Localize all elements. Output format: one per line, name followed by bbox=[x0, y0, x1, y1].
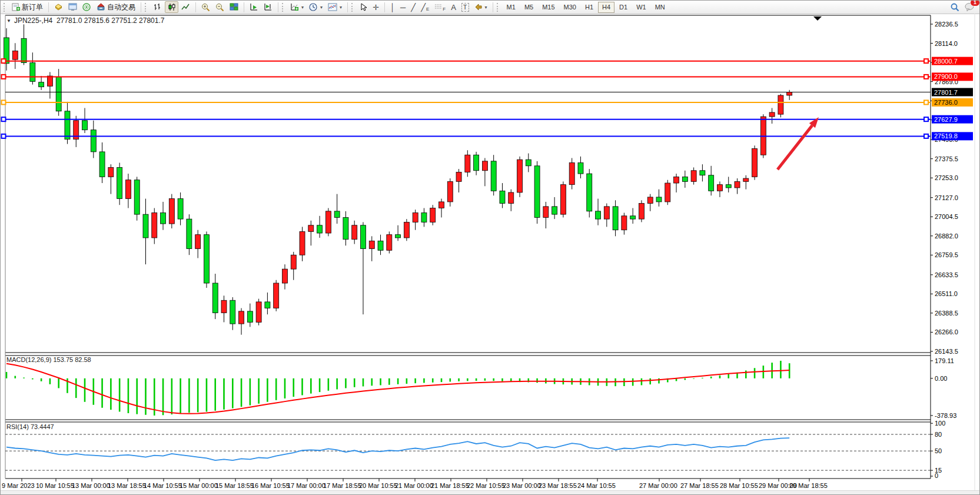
line-right-handle[interactable] bbox=[924, 117, 928, 121]
price-tick-label: 27004.5 bbox=[935, 213, 958, 220]
candle-body bbox=[682, 177, 687, 181]
toolbar-grip[interactable] bbox=[497, 3, 500, 12]
tile-windows-button[interactable] bbox=[227, 1, 241, 13]
timeframe-h1[interactable]: H1 bbox=[581, 2, 597, 13]
candle-body bbox=[396, 235, 401, 238]
candle-body bbox=[230, 300, 235, 324]
trendline-button[interactable]: ╱ bbox=[408, 1, 418, 13]
candle-body bbox=[265, 302, 270, 308]
navigator-button[interactable] bbox=[80, 1, 94, 13]
dropdown-icon: ▾ bbox=[340, 5, 342, 10]
zoom-in-button[interactable] bbox=[199, 1, 212, 13]
macd-axis-label: -378.93 bbox=[935, 412, 956, 419]
fibonacci-icon bbox=[434, 4, 442, 11]
line-right-handle[interactable] bbox=[924, 134, 928, 138]
macd-signal-line bbox=[6, 364, 789, 414]
chart-shift-marker-icon[interactable] bbox=[813, 16, 822, 21]
line-left-handle[interactable] bbox=[2, 59, 6, 63]
line-chart-button[interactable] bbox=[179, 1, 192, 13]
timeframe-m5[interactable]: M5 bbox=[520, 2, 537, 13]
templates-button[interactable]: ▾ bbox=[325, 1, 344, 13]
autotrading-button[interactable]: 自动交易 bbox=[94, 1, 138, 13]
line-left-handle[interactable] bbox=[2, 134, 6, 138]
time-tick-label: 28 Mar 10:55 bbox=[720, 482, 758, 489]
toolbar-grip[interactable] bbox=[145, 3, 148, 12]
candle-body bbox=[204, 235, 209, 283]
candle-body bbox=[674, 177, 679, 183]
chart-shift-button[interactable] bbox=[261, 1, 275, 13]
bar-chart-button[interactable] bbox=[151, 1, 164, 13]
time-tick-label: 15 Mar 18:55 bbox=[215, 482, 254, 489]
search-button[interactable] bbox=[948, 1, 962, 13]
periods-button[interactable]: ▾ bbox=[307, 1, 325, 13]
toolbar-grip[interactable] bbox=[4, 3, 7, 12]
price-tick-label: 27253.0 bbox=[935, 174, 958, 181]
candle-body bbox=[578, 162, 583, 174]
rsi-line bbox=[6, 438, 789, 460]
separator bbox=[141, 2, 141, 12]
vertical-line-button[interactable]: │ bbox=[388, 1, 397, 13]
line-right-handle[interactable] bbox=[924, 59, 928, 63]
zoom-out-button[interactable] bbox=[213, 1, 227, 13]
time-tick-label: 21 Mar 18:55 bbox=[431, 482, 469, 489]
time-tick-label: 17 Mar 18:55 bbox=[323, 482, 361, 489]
cursor-button[interactable] bbox=[357, 1, 370, 13]
text-label-button[interactable]: T bbox=[459, 1, 471, 13]
candle-body bbox=[769, 112, 775, 117]
timeframe-w1[interactable]: W1 bbox=[632, 2, 650, 13]
notification-badge[interactable]: 1 bbox=[970, 0, 980, 6]
separator bbox=[384, 2, 385, 12]
candle-body bbox=[639, 204, 644, 220]
auto-scroll-button[interactable] bbox=[247, 1, 261, 13]
time-tick-label: 22 Mar 10:55 bbox=[467, 482, 505, 489]
line-left-handle[interactable] bbox=[2, 117, 6, 121]
arrows-objects-button[interactable]: ▾ bbox=[472, 1, 490, 13]
chart-canvas[interactable]: 28236.528114.027991.527869.027746.527624… bbox=[1, 14, 980, 495]
search-icon bbox=[950, 2, 959, 12]
timeframe-d1[interactable]: D1 bbox=[615, 2, 632, 13]
toolbar-grip[interactable] bbox=[282, 3, 285, 12]
indicators-button[interactable]: ▾ bbox=[288, 1, 306, 13]
candle-chart-button[interactable] bbox=[165, 1, 178, 13]
market-watch-button[interactable] bbox=[52, 1, 65, 13]
line-right-handle[interactable] bbox=[924, 100, 928, 104]
equidistant-channel-button[interactable]: ╱ E bbox=[418, 1, 431, 13]
fibo-letter: F bbox=[443, 6, 446, 12]
trend-arrow-shaft[interactable] bbox=[778, 125, 812, 170]
candle-body bbox=[12, 51, 18, 60]
candle-body bbox=[169, 199, 174, 224]
candle-body bbox=[752, 149, 758, 177]
new-order-button[interactable]: 新订单 bbox=[9, 1, 45, 13]
horizontal-line-button[interactable]: ─ bbox=[398, 1, 408, 13]
crosshair-button[interactable]: ✛ bbox=[370, 1, 381, 13]
cursor-icon bbox=[360, 3, 367, 11]
time-tick-label: 15 Mar 00:00 bbox=[180, 482, 218, 489]
collapse-triangle-icon[interactable]: ▼ bbox=[6, 18, 11, 24]
timeframe-m1[interactable]: M1 bbox=[503, 2, 520, 13]
timeframe-h4[interactable]: H4 bbox=[598, 2, 614, 13]
candle-body bbox=[378, 241, 383, 250]
separator bbox=[244, 2, 244, 12]
line-right-handle[interactable] bbox=[924, 75, 928, 79]
line-left-handle[interactable] bbox=[2, 100, 6, 104]
timeframe-mn[interactable]: MN bbox=[651, 2, 669, 13]
candle-body bbox=[343, 217, 348, 239]
toolbar-grip[interactable] bbox=[351, 3, 355, 12]
window-footer bbox=[1, 490, 979, 494]
time-tick-label: 21 Mar 00:00 bbox=[395, 482, 433, 489]
candle-body bbox=[569, 162, 574, 184]
line-left-handle[interactable] bbox=[2, 75, 6, 79]
fibonacci-button[interactable]: F bbox=[432, 1, 448, 13]
candle-body bbox=[613, 207, 618, 230]
chart-title-bar[interactable]: ▼ JPN225-,H4 27781.0 27815.6 27751.2 278… bbox=[6, 16, 164, 25]
toolbar: 新订单 bbox=[1, 1, 979, 14]
clock-icon bbox=[309, 3, 318, 12]
mt4-window: 新订单 bbox=[0, 0, 980, 495]
time-tick-label: 16 Mar 10:55 bbox=[251, 482, 290, 489]
candle-body bbox=[82, 121, 88, 130]
text-button[interactable]: A bbox=[449, 1, 459, 13]
candle-body bbox=[56, 77, 61, 111]
data-window-button[interactable] bbox=[66, 1, 79, 13]
timeframe-m30[interactable]: M30 bbox=[560, 2, 580, 13]
timeframe-m15[interactable]: M15 bbox=[538, 2, 559, 13]
